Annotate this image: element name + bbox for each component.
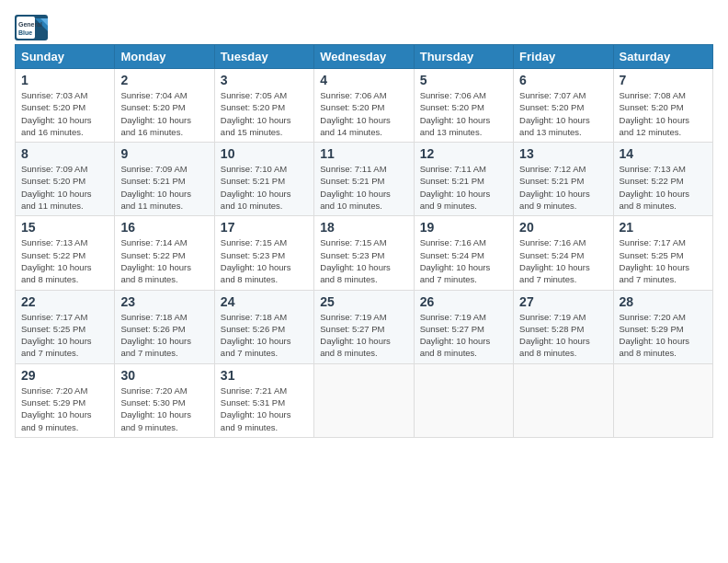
day-number: 21 [620, 220, 707, 235]
day-info: Sunrise: 7:12 AMSunset: 5:21 PMDaylight:… [519, 163, 607, 212]
calendar-cell: 22Sunrise: 7:17 AMSunset: 5:25 PMDayligh… [16, 290, 115, 363]
day-number: 8 [21, 146, 108, 161]
day-info: Sunrise: 7:03 AMSunset: 5:20 PMDaylight:… [21, 89, 108, 138]
day-info: Sunrise: 7:16 AMSunset: 5:24 PMDaylight:… [519, 236, 607, 285]
day-number: 28 [620, 294, 707, 309]
calendar-cell: 30Sunrise: 7:20 AMSunset: 5:30 PMDayligh… [115, 363, 214, 437]
page-container: General Blue SundayMondayTuesdayWednesda… [0, 0, 728, 445]
header-cell-tuesday: Tuesday [214, 45, 313, 69]
day-number: 31 [221, 368, 308, 383]
day-info: Sunrise: 7:14 AMSunset: 5:22 PMDaylight:… [120, 236, 208, 285]
calendar-week-5: 29Sunrise: 7:20 AMSunset: 5:29 PMDayligh… [16, 363, 713, 437]
day-number: 5 [420, 73, 507, 87]
day-number: 25 [320, 294, 407, 309]
day-number: 2 [120, 73, 208, 87]
logo-icon: General Blue [15, 15, 48, 40]
calendar-cell: 20Sunrise: 7:16 AMSunset: 5:24 PMDayligh… [514, 216, 613, 290]
day-number: 1 [21, 73, 108, 87]
day-number: 12 [420, 146, 507, 161]
day-info: Sunrise: 7:08 AMSunset: 5:20 PMDaylight:… [620, 89, 707, 138]
calendar-cell: 19Sunrise: 7:16 AMSunset: 5:24 PMDayligh… [414, 216, 513, 290]
calendar-cell: 18Sunrise: 7:15 AMSunset: 5:23 PMDayligh… [314, 216, 414, 290]
day-number: 11 [320, 146, 407, 161]
day-number: 18 [320, 220, 407, 235]
day-info: Sunrise: 7:09 AMSunset: 5:21 PMDaylight:… [120, 163, 208, 212]
day-info: Sunrise: 7:18 AMSunset: 5:26 PMDaylight:… [221, 311, 308, 360]
calendar-cell: 28Sunrise: 7:20 AMSunset: 5:29 PMDayligh… [613, 290, 712, 363]
calendar-week-2: 8Sunrise: 7:09 AMSunset: 5:20 PMDaylight… [16, 143, 713, 216]
day-info: Sunrise: 7:15 AMSunset: 5:23 PMDaylight:… [320, 236, 407, 285]
day-info: Sunrise: 7:19 AMSunset: 5:27 PMDaylight:… [320, 311, 407, 360]
day-info: Sunrise: 7:20 AMSunset: 5:29 PMDaylight:… [21, 385, 108, 433]
calendar-cell: 26Sunrise: 7:19 AMSunset: 5:27 PMDayligh… [414, 290, 513, 363]
day-number: 13 [519, 146, 607, 161]
calendar-cell: 13Sunrise: 7:12 AMSunset: 5:21 PMDayligh… [514, 143, 613, 216]
svg-text:Blue: Blue [18, 29, 32, 36]
day-number: 16 [120, 220, 208, 235]
day-number: 22 [21, 294, 108, 309]
calendar-cell: 24Sunrise: 7:18 AMSunset: 5:26 PMDayligh… [214, 290, 313, 363]
day-info: Sunrise: 7:18 AMSunset: 5:26 PMDaylight:… [120, 311, 208, 360]
day-number: 23 [120, 294, 208, 309]
day-number: 14 [620, 146, 707, 161]
day-info: Sunrise: 7:19 AMSunset: 5:28 PMDaylight:… [519, 311, 607, 360]
calendar-cell: 1Sunrise: 7:03 AMSunset: 5:20 PMDaylight… [16, 69, 115, 143]
calendar-cell: 23Sunrise: 7:18 AMSunset: 5:26 PMDayligh… [115, 290, 214, 363]
day-number: 6 [519, 73, 607, 87]
calendar-cell: 31Sunrise: 7:21 AMSunset: 5:31 PMDayligh… [214, 363, 313, 437]
calendar-cell [414, 363, 513, 437]
day-info: Sunrise: 7:04 AMSunset: 5:20 PMDaylight:… [120, 89, 208, 138]
calendar-cell: 4Sunrise: 7:06 AMSunset: 5:20 PMDaylight… [314, 69, 414, 143]
calendar-week-3: 15Sunrise: 7:13 AMSunset: 5:22 PMDayligh… [16, 216, 713, 290]
calendar-cell: 21Sunrise: 7:17 AMSunset: 5:25 PMDayligh… [613, 216, 712, 290]
day-number: 17 [221, 220, 308, 235]
day-number: 15 [21, 220, 108, 235]
day-info: Sunrise: 7:20 AMSunset: 5:29 PMDaylight:… [620, 311, 707, 360]
calendar-week-4: 22Sunrise: 7:17 AMSunset: 5:25 PMDayligh… [16, 290, 713, 363]
svg-text:General: General [18, 21, 42, 28]
header-cell-monday: Monday [115, 45, 214, 69]
day-number: 26 [420, 294, 507, 309]
day-info: Sunrise: 7:06 AMSunset: 5:20 PMDaylight:… [420, 89, 507, 138]
day-info: Sunrise: 7:13 AMSunset: 5:22 PMDaylight:… [21, 236, 108, 285]
day-info: Sunrise: 7:07 AMSunset: 5:20 PMDaylight:… [519, 89, 607, 138]
header-cell-sunday: Sunday [16, 45, 115, 69]
day-number: 27 [519, 294, 607, 309]
logo: General Blue [15, 15, 51, 40]
calendar-cell [514, 363, 613, 437]
day-number: 30 [120, 368, 208, 383]
day-info: Sunrise: 7:21 AMSunset: 5:31 PMDaylight:… [221, 385, 308, 433]
calendar-cell: 5Sunrise: 7:06 AMSunset: 5:20 PMDaylight… [414, 69, 513, 143]
header: General Blue [15, 15, 713, 40]
header-cell-thursday: Thursday [414, 45, 513, 69]
header-cell-wednesday: Wednesday [314, 45, 414, 69]
header-cell-friday: Friday [514, 45, 613, 69]
day-info: Sunrise: 7:17 AMSunset: 5:25 PMDaylight:… [21, 311, 108, 360]
calendar-cell [314, 363, 414, 437]
day-info: Sunrise: 7:10 AMSunset: 5:21 PMDaylight:… [221, 163, 308, 212]
day-number: 24 [221, 294, 308, 309]
calendar-cell: 11Sunrise: 7:11 AMSunset: 5:21 PMDayligh… [314, 143, 414, 216]
day-number: 3 [221, 73, 308, 87]
calendar-table: SundayMondayTuesdayWednesdayThursdayFrid… [15, 44, 713, 438]
day-number: 19 [420, 220, 507, 235]
day-info: Sunrise: 7:15 AMSunset: 5:23 PMDaylight:… [221, 236, 308, 285]
calendar-cell: 3Sunrise: 7:05 AMSunset: 5:20 PMDaylight… [214, 69, 313, 143]
calendar-cell: 6Sunrise: 7:07 AMSunset: 5:20 PMDaylight… [514, 69, 613, 143]
calendar-cell [613, 363, 712, 437]
day-info: Sunrise: 7:20 AMSunset: 5:30 PMDaylight:… [120, 385, 208, 433]
day-info: Sunrise: 7:05 AMSunset: 5:20 PMDaylight:… [221, 89, 308, 138]
calendar-cell: 2Sunrise: 7:04 AMSunset: 5:20 PMDaylight… [115, 69, 214, 143]
calendar-cell: 9Sunrise: 7:09 AMSunset: 5:21 PMDaylight… [115, 143, 214, 216]
day-info: Sunrise: 7:06 AMSunset: 5:20 PMDaylight:… [320, 89, 407, 138]
day-number: 10 [221, 146, 308, 161]
calendar-week-1: 1Sunrise: 7:03 AMSunset: 5:20 PMDaylight… [16, 69, 713, 143]
day-info: Sunrise: 7:11 AMSunset: 5:21 PMDaylight:… [420, 163, 507, 212]
calendar-cell: 7Sunrise: 7:08 AMSunset: 5:20 PMDaylight… [613, 69, 712, 143]
day-number: 4 [320, 73, 407, 87]
calendar-cell: 12Sunrise: 7:11 AMSunset: 5:21 PMDayligh… [414, 143, 513, 216]
day-number: 7 [620, 73, 707, 87]
day-number: 20 [519, 220, 607, 235]
day-info: Sunrise: 7:16 AMSunset: 5:24 PMDaylight:… [420, 236, 507, 285]
day-info: Sunrise: 7:17 AMSunset: 5:25 PMDaylight:… [620, 236, 707, 285]
